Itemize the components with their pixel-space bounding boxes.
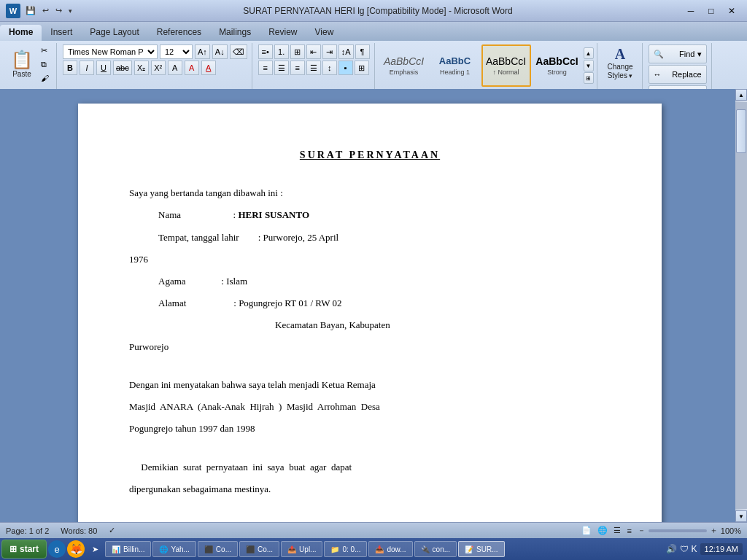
clear-format-btn[interactable]: ⌫ bbox=[230, 44, 247, 59]
bold-button[interactable]: B bbox=[63, 61, 77, 75]
view-normal-btn[interactable]: 📄 bbox=[581, 526, 592, 535]
taskbar-sur-label: SUR... bbox=[476, 545, 498, 553]
maximize-btn[interactable]: □ bbox=[702, 4, 721, 18]
taskbar-dow-label: dow... bbox=[387, 545, 406, 553]
increase-font-btn[interactable]: A↑ bbox=[195, 44, 210, 59]
styles-up-btn[interactable]: ▲ bbox=[584, 47, 594, 59]
scroll-down-btn[interactable]: ▼ bbox=[735, 510, 747, 522]
doc-masjid-line: Masjid ANARA (Anak-Anak Hijrah ) Masjid … bbox=[129, 399, 611, 415]
sort-btn[interactable]: ↕A bbox=[338, 44, 354, 59]
align-right-btn[interactable]: ≡ bbox=[290, 61, 305, 75]
font-color-btn[interactable]: A bbox=[201, 61, 216, 75]
scroll-thumb[interactable] bbox=[736, 109, 746, 153]
view-web-btn[interactable]: 🌐 bbox=[597, 526, 608, 535]
taskbar-con-btn[interactable]: 🔌 con... bbox=[414, 541, 457, 557]
zoom-out-btn[interactable]: － bbox=[638, 525, 646, 536]
minimize-btn[interactable]: ─ bbox=[681, 4, 700, 18]
line-spacing-btn[interactable]: ↕ bbox=[322, 61, 337, 75]
taskbar-yahoo-btn[interactable]: 🌐 Yah... bbox=[152, 541, 196, 557]
close-btn[interactable]: ✕ bbox=[722, 4, 741, 18]
taskbar-co2-btn[interactable]: ⬛ Co... bbox=[239, 541, 279, 557]
replace-button[interactable]: ↔ Replace bbox=[649, 65, 707, 84]
shading-btn[interactable]: ▪ bbox=[338, 61, 353, 75]
tab-review[interactable]: Review bbox=[260, 25, 306, 41]
text-effects-button[interactable]: A bbox=[168, 61, 182, 75]
style-normal-label: ↑ Normal bbox=[493, 69, 519, 76]
taskbar-sur-btn[interactable]: 📝 SUR... bbox=[458, 541, 504, 557]
taskbar-upl-btn[interactable]: 📤 Upl... bbox=[281, 541, 322, 557]
font-size-select[interactable]: 12 bbox=[160, 44, 193, 59]
align-left-btn[interactable]: ≡ bbox=[258, 61, 273, 75]
list-row: ≡• 1. ⊞ ⇤ ⇥ ↕A ¶ bbox=[258, 44, 370, 59]
style-normal-btn[interactable]: AaBbCcI ↑ Normal bbox=[481, 44, 531, 87]
redo-quick-btn[interactable]: ↪ bbox=[53, 5, 64, 16]
bullets-btn[interactable]: ≡• bbox=[258, 44, 273, 59]
view-outline-btn[interactable]: ☰ bbox=[614, 526, 621, 535]
doc-kecamatan-line: Kecamatan Bayan, Kabupaten bbox=[129, 317, 611, 333]
multilevel-btn[interactable]: ⊞ bbox=[290, 44, 305, 59]
format-painter-button[interactable]: 🖌 bbox=[38, 72, 52, 84]
taskbar-0-icon: 📁 bbox=[330, 545, 339, 553]
undo-quick-btn[interactable]: ↩ bbox=[40, 5, 51, 16]
subscript-button[interactable]: X₂ bbox=[134, 61, 149, 75]
superscript-button[interactable]: X² bbox=[151, 61, 166, 75]
taskbar-icon-arrow[interactable]: ➤ bbox=[86, 540, 104, 558]
strikethrough-button[interactable]: abc bbox=[113, 61, 132, 75]
style-normal-preview: AaBbCcI bbox=[486, 55, 526, 68]
styles-down-btn[interactable]: ▼ bbox=[584, 60, 594, 71]
tab-view[interactable]: View bbox=[306, 25, 343, 41]
replace-icon: ↔ bbox=[654, 70, 662, 79]
style-strong-preview: AaBbCcI bbox=[535, 55, 578, 68]
change-styles-button[interactable]: A ChangeStyles ▾ bbox=[604, 44, 637, 82]
scroll-up-btn[interactable]: ▲ bbox=[735, 89, 747, 101]
justify-btn[interactable]: ☰ bbox=[306, 61, 321, 75]
tab-mailings[interactable]: Mailings bbox=[210, 25, 260, 41]
taskbar-icon-firefox[interactable]: 🦊 bbox=[67, 540, 85, 558]
border-btn[interactable]: ⊞ bbox=[355, 61, 369, 75]
tab-home[interactable]: Home bbox=[0, 25, 42, 41]
italic-button[interactable]: I bbox=[80, 61, 94, 75]
copy-button[interactable]: ⧉ bbox=[38, 58, 52, 71]
zoom-slider[interactable] bbox=[649, 529, 707, 532]
style-strong-btn[interactable]: AaBbCcI Strong bbox=[533, 44, 582, 87]
styles-expand-btn[interactable]: ⊞ bbox=[584, 72, 594, 84]
vertical-scrollbar[interactable]: ▲ ▼ bbox=[735, 89, 747, 522]
increase-indent-btn[interactable]: ⇥ bbox=[322, 44, 337, 59]
paste-label: Paste bbox=[12, 70, 31, 78]
taskbar-billin-label: Billin... bbox=[123, 545, 144, 553]
taskbar-dow-btn[interactable]: 📥 dow... bbox=[368, 541, 412, 557]
tab-page-layout[interactable]: Page Layout bbox=[81, 25, 147, 41]
underline-button[interactable]: U bbox=[96, 61, 111, 75]
decrease-indent-btn[interactable]: ⇤ bbox=[306, 44, 321, 59]
taskbar-icon-ie[interactable]: e bbox=[48, 540, 66, 558]
cut-button[interactable]: ✂ bbox=[38, 44, 52, 57]
taskbar-co1-btn[interactable]: ⬛ Co... bbox=[198, 541, 238, 557]
ribbon-tabs: Home Insert Page Layout References Maili… bbox=[0, 22, 747, 41]
quick-menu-btn[interactable]: ▾ bbox=[66, 7, 74, 15]
document-page[interactable]: SURAT PERNYATAAN Saya yang bertanda tang… bbox=[78, 104, 662, 522]
taskbar-tray-icon3: K bbox=[692, 544, 697, 554]
zoom-in-btn[interactable]: ＋ bbox=[710, 525, 718, 536]
tab-insert[interactable]: Insert bbox=[42, 25, 81, 41]
word-count: Words: 80 bbox=[61, 526, 97, 535]
numbering-btn[interactable]: 1. bbox=[274, 44, 289, 59]
taskbar-billin-btn[interactable]: 📊 Billin... bbox=[105, 541, 151, 557]
page-info: Page: 1 of 2 bbox=[6, 526, 49, 535]
taskbar-0-btn[interactable]: 📁 0: 0... bbox=[324, 541, 367, 557]
style-heading1-btn[interactable]: AaBbC Heading 1 bbox=[430, 44, 480, 87]
style-emphasis-btn[interactable]: AaBbCcI Emphasis bbox=[379, 44, 429, 87]
view-draft-btn[interactable]: ≡ bbox=[627, 526, 631, 535]
show-para-btn[interactable]: ¶ bbox=[355, 44, 370, 59]
tab-references[interactable]: References bbox=[148, 25, 210, 41]
find-button[interactable]: 🔍 Find ▾ bbox=[649, 44, 707, 63]
font-name-select[interactable]: Times New Roman PS M bbox=[63, 44, 158, 59]
paste-button[interactable]: 📋 Paste bbox=[7, 49, 36, 80]
highlight-color-btn[interactable]: A bbox=[185, 61, 199, 75]
save-quick-btn[interactable]: 💾 bbox=[23, 5, 38, 16]
align-center-btn[interactable]: ☰ bbox=[274, 61, 289, 75]
status-left: Page: 1 of 2 Words: 80 ✓ bbox=[6, 526, 115, 535]
change-styles-icon: A bbox=[615, 47, 625, 61]
decrease-font-btn[interactable]: A↓ bbox=[212, 44, 228, 59]
font-name-row: Times New Roman PS M 12 A↑ A↓ ⌫ bbox=[63, 44, 247, 59]
start-button[interactable]: ⊞ start bbox=[1, 540, 47, 559]
